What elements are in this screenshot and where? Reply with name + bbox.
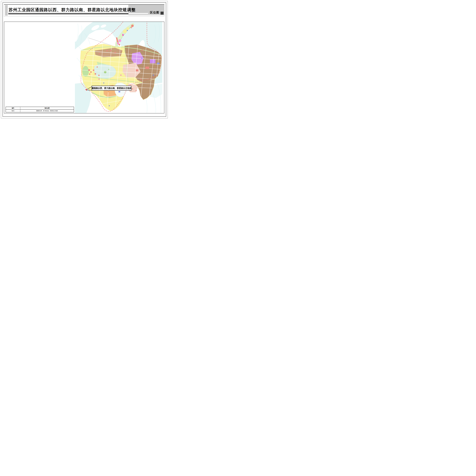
callout-box: 通园路以西、群力路以南、群星路以北地块 xyxy=(92,86,131,90)
location-map-svg xyxy=(75,22,162,113)
corner-square xyxy=(160,12,164,15)
table-header-id: 编号 xyxy=(6,107,20,110)
panel-stripe-thick xyxy=(128,13,148,14)
title-underline-thin xyxy=(8,14,128,15)
sheet-type-label: 区位图 xyxy=(150,11,159,15)
plan-sheet: 苏州工业园区通园路以西、群力路以南、群星路以北地块控规调整 区位图 xyxy=(0,0,169,119)
project-table: 编号 项目位置 地块1 通园路以西、群力路以南、群星路以北地块 xyxy=(6,107,74,112)
table-cell-plot-location: 通园路以西、群力路以南、群星路以北地块 xyxy=(20,110,74,112)
table-cell-plot-id: 地块1 xyxy=(6,110,20,112)
page-title: 苏州工业园区通园路以西、群力路以南、群星路以北地块控规调整 xyxy=(9,8,136,12)
lake-islet xyxy=(108,69,109,70)
title-underline-thick xyxy=(8,13,128,14)
title-block: 苏州工业园区通园路以西、群力路以南、群星路以北地块控规调整 区位图 xyxy=(4,4,164,17)
callout-label: 通园路以西、群力路以南、群星路以北地块 xyxy=(92,87,132,90)
table-header-location: 项目位置 xyxy=(20,107,74,110)
title-accent-bar xyxy=(5,5,8,16)
